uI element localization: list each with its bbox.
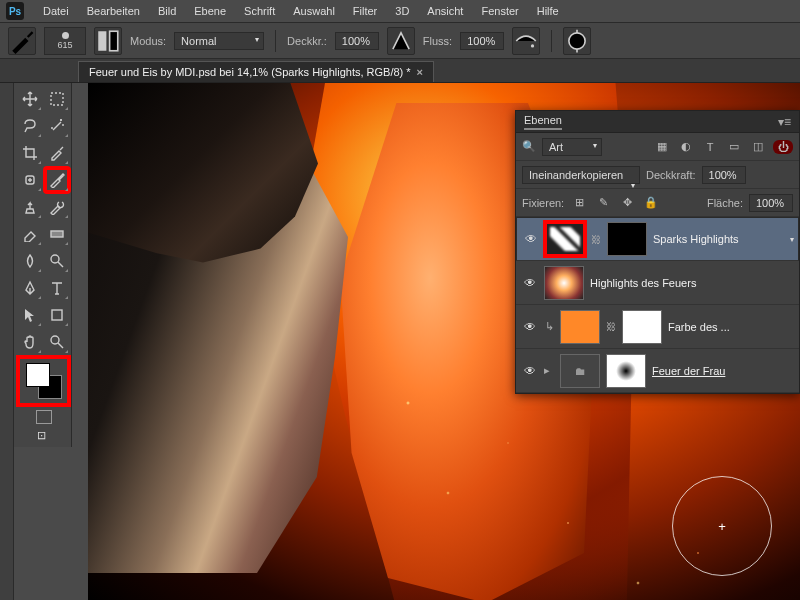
filter-toggle-icon[interactable]: ⏻ <box>773 140 793 154</box>
mask-link-icon[interactable]: ⛓ <box>606 321 616 332</box>
layer-mask-thumbnail[interactable] <box>622 310 662 344</box>
lock-all-icon[interactable]: 🔒 <box>642 196 660 210</box>
screen-mode-toggle[interactable]: ⊡ <box>37 429 51 443</box>
type-tool[interactable] <box>45 276 69 300</box>
foreground-color-swatch[interactable] <box>26 363 50 387</box>
svg-point-2 <box>531 44 534 47</box>
magic-wand-tool[interactable] <box>45 114 69 138</box>
quick-mask-toggle[interactable] <box>36 410 52 424</box>
visibility-icon[interactable]: 👁 <box>522 364 538 378</box>
healing-brush-tool[interactable] <box>18 168 42 192</box>
svg-point-7 <box>51 255 59 263</box>
pen-tool[interactable] <box>18 276 42 300</box>
airbrush-icon[interactable] <box>512 27 540 55</box>
menu-help[interactable]: Hilfe <box>528 2 568 20</box>
layer-name[interactable]: Sparks Highlights <box>653 233 792 245</box>
visibility-icon[interactable]: 👁 <box>522 276 538 290</box>
group-mask-thumbnail[interactable] <box>606 354 646 388</box>
filter-kind-select[interactable]: Art <box>542 138 602 156</box>
menu-window[interactable]: Fenster <box>472 2 527 20</box>
layer-row-farbe[interactable]: 👁 ↳ ⛓ Farbe des ... <box>516 305 799 349</box>
active-tool-indicator[interactable] <box>8 27 36 55</box>
fill-input[interactable]: 100% <box>749 194 793 212</box>
layer-thumbnail[interactable] <box>545 222 585 256</box>
layer-row-feuer-der-frau[interactable]: 👁 ▸ 🖿 Feuer der Frau <box>516 349 799 393</box>
close-tab-icon[interactable]: × <box>417 66 423 78</box>
screen-mode-row: ⊡ <box>18 427 69 443</box>
lock-pixels-icon[interactable]: ✎ <box>594 196 612 210</box>
panel-menu-icon[interactable]: ▾≡ <box>778 115 791 129</box>
color-swatch-area <box>18 357 69 405</box>
filter-shape-icon[interactable]: ▭ <box>725 140 743 154</box>
opacity-label: Deckkr.: <box>287 35 327 47</box>
menu-layer[interactable]: Ebene <box>185 2 235 20</box>
crop-tool[interactable] <box>18 141 42 165</box>
fill-label: Fläche: <box>707 197 743 209</box>
opacity-input[interactable]: 100% <box>335 32 379 50</box>
foreground-background-swatches[interactable] <box>26 363 62 399</box>
clip-indicator-icon: ↳ <box>544 320 554 333</box>
layer-mask-thumbnail[interactable] <box>607 222 647 256</box>
filter-smart-icon[interactable]: ◫ <box>749 140 767 154</box>
brush-preset-picker[interactable]: 615 <box>44 27 86 55</box>
mask-link-icon[interactable]: ⛓ <box>591 234 601 245</box>
options-bar: 615 Modus: Normal Deckkr.: 100% Fluss: 1… <box>0 23 800 59</box>
layer-name[interactable]: Farbe des ... <box>668 321 793 333</box>
eyedropper-tool[interactable] <box>45 141 69 165</box>
filter-pixel-icon[interactable]: ▦ <box>653 140 671 154</box>
menu-file[interactable]: Datei <box>34 2 78 20</box>
brush-panel-toggle[interactable] <box>94 27 122 55</box>
marquee-tool[interactable] <box>45 87 69 111</box>
visibility-icon[interactable]: 👁 <box>523 232 539 246</box>
layers-panel-tabbar: Ebenen ▾≡ <box>516 111 799 133</box>
visibility-icon[interactable]: 👁 <box>522 320 538 334</box>
layer-thumbnail[interactable] <box>544 266 584 300</box>
blend-opacity-row: Ineinanderkopieren Deckkraft: 100% <box>516 161 799 189</box>
menu-image[interactable]: Bild <box>149 2 185 20</box>
menu-filter[interactable]: Filter <box>344 2 386 20</box>
filter-type-icon[interactable]: T <box>701 140 719 154</box>
menu-select[interactable]: Auswahl <box>284 2 344 20</box>
hand-tool[interactable] <box>18 330 42 354</box>
quick-mask-row <box>18 408 69 424</box>
blend-mode-select[interactable]: Normal <box>174 32 264 50</box>
layer-opacity-input[interactable]: 100% <box>702 166 746 184</box>
lasso-tool[interactable] <box>18 114 42 138</box>
path-select-tool[interactable] <box>18 303 42 327</box>
layers-tab[interactable]: Ebenen <box>524 114 562 130</box>
layer-filter-row: 🔍 Art ▦ ◐ T ▭ ◫ ⏻ <box>516 133 799 161</box>
fill-thumbnail[interactable] <box>560 310 600 344</box>
layer-row-sparks-highlights[interactable]: 👁 ⛓ Sparks Highlights <box>516 217 799 261</box>
expand-group-icon[interactable]: ▸ <box>544 364 554 377</box>
move-tool[interactable] <box>18 87 42 111</box>
dodge-tool[interactable] <box>45 249 69 273</box>
document-tab-bar: Feuer und Eis by MDI.psd bei 14,1% (Spar… <box>0 59 800 83</box>
menu-edit[interactable]: Bearbeiten <box>78 2 149 20</box>
filter-adjust-icon[interactable]: ◐ <box>677 140 695 154</box>
document-tab[interactable]: Feuer und Eis by MDI.psd bei 14,1% (Spar… <box>78 61 434 82</box>
layer-name[interactable]: Feuer der Frau <box>652 365 793 377</box>
layer-blend-mode-select[interactable]: Ineinanderkopieren <box>522 166 640 184</box>
history-brush-tool[interactable] <box>45 195 69 219</box>
app-logo: Ps <box>6 2 24 20</box>
shape-tool[interactable] <box>45 303 69 327</box>
group-thumbnail[interactable]: 🖿 <box>560 354 600 388</box>
eraser-tool[interactable] <box>18 222 42 246</box>
clone-stamp-tool[interactable] <box>18 195 42 219</box>
menu-view[interactable]: Ansicht <box>418 2 472 20</box>
pressure-size-icon[interactable] <box>563 27 591 55</box>
blur-tool[interactable] <box>18 249 42 273</box>
gradient-tool[interactable] <box>45 222 69 246</box>
pressure-opacity-icon[interactable] <box>387 27 415 55</box>
svg-rect-6 <box>51 231 63 237</box>
layer-row-highlights-feuer[interactable]: 👁 Highlights des Feuers <box>516 261 799 305</box>
lock-position-icon[interactable]: ✥ <box>618 196 636 210</box>
menu-3d[interactable]: 3D <box>386 2 418 20</box>
menu-type[interactable]: Schrift <box>235 2 284 20</box>
flow-input[interactable]: 100% <box>460 32 504 50</box>
zoom-tool[interactable] <box>45 330 69 354</box>
lock-label: Fixieren: <box>522 197 564 209</box>
brush-tool[interactable] <box>45 168 69 192</box>
lock-transparent-icon[interactable]: ⊞ <box>570 196 588 210</box>
layer-name[interactable]: Highlights des Feuers <box>590 277 793 289</box>
